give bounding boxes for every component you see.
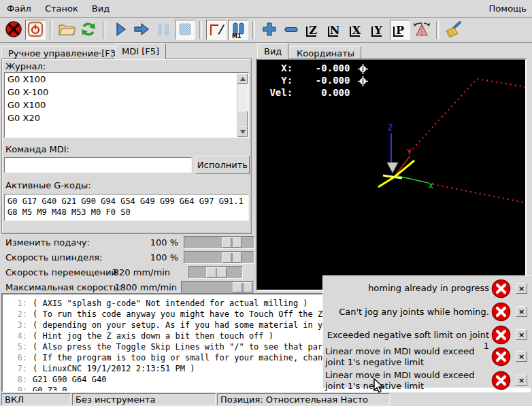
menu-view[interactable]: Вид (85, 1, 116, 16)
clear-plot-button[interactable] (443, 20, 463, 40)
stop-icon (178, 22, 193, 39)
line-number: 2: (3, 309, 27, 320)
estop-icon (5, 20, 22, 40)
line-number: 1: (3, 298, 27, 309)
spindle-override-label: Скорость шпинделя: (5, 252, 102, 263)
spindle-override-slider[interactable] (184, 251, 254, 264)
feed-override-value: 100 % (102, 237, 178, 248)
line-text: G21 G90 G64 G40 (33, 374, 106, 385)
axis-bracket-mark (393, 27, 403, 37)
notification-close-button[interactable]: × (516, 351, 527, 362)
error-icon (491, 371, 511, 390)
statusbar: ВКЛ Без инструмента Позиция: Относительн… (0, 392, 532, 406)
open-folder-icon (58, 20, 76, 40)
line-text: G0 Z3.0 (33, 385, 67, 392)
step-arrow-icon (133, 21, 150, 39)
menu-help[interactable]: Помощь (484, 1, 532, 16)
line-number: 7: (3, 363, 27, 374)
line-text: ( If the program is too big or small for… (33, 352, 322, 363)
error-icon (491, 279, 511, 299)
line-number: 4: (3, 331, 27, 341)
notification-close-button[interactable]: × (516, 329, 527, 340)
jog-speed-value: 820 mm/min (94, 267, 170, 277)
zoom-out-button[interactable] (281, 20, 301, 40)
line-text: ( To run this code anyway you might have… (33, 309, 322, 320)
slider-handle[interactable] (222, 237, 242, 248)
active-gcodes-line: G0 G17 G40 G21 G90 G94 G54 G49 G99 G64 G… (7, 196, 246, 207)
open-file-button[interactable] (56, 20, 77, 40)
slider-handle[interactable] (206, 267, 227, 277)
estop-button[interactable] (3, 20, 24, 40)
menu-machine[interactable]: Станок (38, 1, 85, 16)
broom-icon (444, 20, 463, 40)
error-icon (491, 302, 511, 322)
tool-status-cell: Без инструмента (72, 393, 216, 405)
notification-close-button[interactable]: × (516, 375, 527, 386)
scroll-down-arrow-icon[interactable] (237, 126, 248, 137)
view-y-button[interactable]: Y (368, 20, 388, 40)
axis-bracket-mark (350, 27, 360, 37)
tab-mdi[interactable]: MDI [F5] (115, 44, 166, 59)
mdi-command-label: Команда MDI: (5, 144, 69, 154)
machine-power-button[interactable] (25, 20, 46, 40)
preview-canvas[interactable]: X: -0.000 Y: -0.000 Vel: 0.000 Z Y (256, 58, 527, 291)
y-axis-label: Y (407, 148, 412, 156)
list-item[interactable]: G0 X100 (5, 73, 248, 86)
rotate-view-button[interactable] (412, 20, 432, 40)
toggle-skip-lines-button[interactable]: / (206, 20, 227, 40)
notification-panel: homing already in progress × Can't jog a… (322, 275, 532, 388)
notification-close-button[interactable]: × (516, 306, 527, 317)
tab-preview[interactable]: Вид (257, 44, 288, 59)
z-axis-label: Z (388, 123, 393, 133)
journal-scrollbar[interactable] (237, 73, 248, 137)
scroll-up-arrow-icon[interactable] (237, 73, 248, 84)
mdi-execute-button[interactable]: Исполнить (195, 156, 250, 174)
stop-program-button[interactable] (175, 20, 195, 40)
slider-handle[interactable] (233, 282, 252, 292)
menubar: Файл Станок Вид Помощь (0, 0, 532, 18)
view-x-button[interactable]: X (346, 20, 367, 40)
line-number: 8: (3, 374, 27, 385)
line-number: 9: (3, 385, 27, 392)
notification-close-button[interactable]: × (516, 283, 527, 294)
m1-pause-icon: M1 (231, 22, 246, 38)
line-number: 5: (3, 341, 27, 352)
tab-dro[interactable]: Координаты (290, 46, 361, 59)
pause-program-button[interactable] (153, 20, 173, 40)
view-z-rotated-button[interactable]: N (325, 20, 345, 40)
step-line-button[interactable] (131, 20, 152, 40)
view-p-button[interactable]: P (390, 20, 410, 40)
reload-icon (80, 20, 97, 40)
minus-icon (283, 21, 299, 39)
run-program-button[interactable] (110, 20, 130, 40)
tab-manual-control[interactable]: Ручное управление·[F3] (1, 46, 126, 59)
toolbar-separator (252, 21, 255, 39)
zoom-in-button[interactable] (259, 20, 280, 40)
jog-speed-slider[interactable] (188, 266, 243, 279)
axis-window: Файл Станок Вид Помощь (0, 0, 532, 406)
active-gcodes-box: G0 G17 G40 G21 G90 G94 G54 G49 G99 G64 G… (4, 194, 249, 221)
mdi-history-list[interactable]: G0 X100 G0 X-100 G0 X100 G0 X20 (4, 72, 249, 138)
view-z-button[interactable]: Z (303, 20, 323, 40)
line-text: ( depending on your setup. As if you had… (33, 320, 322, 331)
max-velocity-slider[interactable] (181, 281, 254, 294)
toggle-optional-pause-m1-button[interactable]: M1 (228, 20, 248, 40)
list-item[interactable]: G0 X100 (5, 99, 248, 112)
rotate-cone-icon (413, 20, 431, 40)
x-axis-line (395, 175, 429, 183)
x-axis-label: X (429, 182, 433, 190)
slider-handle[interactable] (222, 252, 242, 263)
axis-bracket-mark (306, 27, 316, 37)
notification-text: Linear move in MDI would exceed joint 1'… (325, 346, 489, 368)
spindle-override-value: 100 % (102, 252, 178, 263)
menu-file[interactable]: Файл (0, 1, 38, 16)
mdi-command-input[interactable] (4, 157, 192, 173)
toolbar: / M1 Z N (0, 18, 532, 43)
program-extents-path (410, 79, 525, 152)
notification-text: Can't jog any joints while homing. (325, 307, 489, 318)
list-item[interactable]: G0 X-100 (5, 86, 248, 99)
feed-override-slider[interactable] (184, 236, 254, 249)
error-icon (491, 325, 511, 345)
reload-file-button[interactable] (78, 20, 99, 40)
list-item[interactable]: G0 X20 (5, 112, 248, 124)
